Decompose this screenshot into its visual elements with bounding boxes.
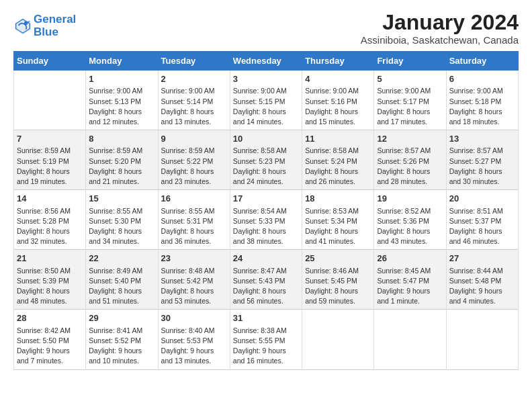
logo: General Blue	[13, 13, 76, 38]
header-day-thursday: Thursday	[302, 52, 374, 71]
day-number: 8	[89, 133, 154, 145]
day-number: 10	[233, 133, 299, 145]
header-day-friday: Friday	[374, 52, 446, 71]
day-number: 3	[233, 73, 299, 85]
day-info: Sunrise: 8:59 AM Sunset: 5:20 PM Dayligh…	[89, 146, 154, 187]
day-info: Sunrise: 9:00 AM Sunset: 5:15 PM Dayligh…	[233, 86, 299, 127]
day-info: Sunrise: 9:00 AM Sunset: 5:16 PM Dayligh…	[305, 86, 371, 127]
logo-text: General Blue	[34, 13, 76, 38]
week-row-2: 7Sunrise: 8:59 AM Sunset: 5:19 PM Daylig…	[14, 130, 519, 190]
header-day-saturday: Saturday	[446, 52, 518, 71]
day-info: Sunrise: 8:59 AM Sunset: 5:22 PM Dayligh…	[161, 146, 227, 187]
day-info: Sunrise: 8:48 AM Sunset: 5:42 PM Dayligh…	[161, 266, 227, 307]
day-info: Sunrise: 8:40 AM Sunset: 5:53 PM Dayligh…	[161, 326, 227, 367]
week-row-5: 28Sunrise: 8:42 AM Sunset: 5:50 PM Dayli…	[14, 310, 519, 369]
day-number: 4	[305, 73, 371, 85]
day-info: Sunrise: 8:51 AM Sunset: 5:37 PM Dayligh…	[449, 206, 515, 247]
main-title: January 2024	[361, 11, 519, 34]
day-number: 29	[89, 312, 154, 324]
day-number: 2	[161, 73, 227, 85]
day-info: Sunrise: 8:57 AM Sunset: 5:27 PM Dayligh…	[449, 146, 515, 187]
header-day-sunday: Sunday	[14, 52, 86, 71]
day-number: 17	[233, 193, 299, 205]
day-info: Sunrise: 8:53 AM Sunset: 5:34 PM Dayligh…	[305, 206, 371, 247]
header-day-monday: Monday	[86, 52, 158, 71]
day-number: 15	[89, 193, 154, 205]
calendar-cell: 29Sunrise: 8:41 AM Sunset: 5:52 PM Dayli…	[86, 310, 158, 369]
calendar-cell: 6Sunrise: 9:00 AM Sunset: 5:18 PM Daylig…	[446, 71, 518, 130]
day-info: Sunrise: 8:57 AM Sunset: 5:26 PM Dayligh…	[377, 146, 443, 187]
calendar-cell: 1Sunrise: 9:00 AM Sunset: 5:13 PM Daylig…	[86, 71, 158, 130]
day-info: Sunrise: 9:00 AM Sunset: 5:13 PM Dayligh…	[89, 86, 154, 127]
calendar-cell: 4Sunrise: 9:00 AM Sunset: 5:16 PM Daylig…	[302, 71, 374, 130]
day-info: Sunrise: 8:52 AM Sunset: 5:36 PM Dayligh…	[377, 206, 443, 247]
calendar-cell: 7Sunrise: 8:59 AM Sunset: 5:19 PM Daylig…	[14, 130, 86, 190]
calendar-cell: 26Sunrise: 8:45 AM Sunset: 5:47 PM Dayli…	[374, 250, 446, 310]
day-info: Sunrise: 8:45 AM Sunset: 5:47 PM Dayligh…	[377, 266, 443, 307]
day-info: Sunrise: 8:50 AM Sunset: 5:39 PM Dayligh…	[17, 266, 83, 307]
calendar-cell: 28Sunrise: 8:42 AM Sunset: 5:50 PM Dayli…	[14, 310, 86, 369]
calendar-cell: 8Sunrise: 8:59 AM Sunset: 5:20 PM Daylig…	[86, 130, 158, 190]
day-info: Sunrise: 9:00 AM Sunset: 5:14 PM Dayligh…	[161, 86, 227, 127]
calendar-cell: 24Sunrise: 8:47 AM Sunset: 5:43 PM Dayli…	[230, 250, 302, 310]
day-info: Sunrise: 8:55 AM Sunset: 5:31 PM Dayligh…	[161, 206, 227, 247]
day-number: 9	[161, 133, 227, 145]
day-info: Sunrise: 8:38 AM Sunset: 5:55 PM Dayligh…	[233, 326, 299, 367]
day-number: 26	[377, 253, 443, 265]
title-block: January 2024 Assiniboia, Saskatchewan, C…	[361, 11, 519, 46]
calendar-cell: 27Sunrise: 8:44 AM Sunset: 5:48 PM Dayli…	[446, 250, 518, 310]
day-number: 16	[161, 193, 227, 205]
calendar-cell: 31Sunrise: 8:38 AM Sunset: 5:55 PM Dayli…	[230, 310, 302, 369]
header: General Blue January 2024 Assiniboia, Sa…	[13, 11, 519, 46]
day-number: 27	[449, 253, 515, 265]
calendar-cell: 23Sunrise: 8:48 AM Sunset: 5:42 PM Dayli…	[158, 250, 230, 310]
day-number: 13	[449, 133, 515, 145]
calendar-cell: 15Sunrise: 8:55 AM Sunset: 5:30 PM Dayli…	[86, 190, 158, 250]
day-number: 11	[305, 133, 371, 145]
day-number: 30	[161, 312, 227, 324]
day-number: 14	[17, 193, 83, 205]
day-info: Sunrise: 8:55 AM Sunset: 5:30 PM Dayligh…	[89, 206, 154, 247]
calendar-cell	[446, 310, 518, 369]
calendar-cell: 30Sunrise: 8:40 AM Sunset: 5:53 PM Dayli…	[158, 310, 230, 369]
day-info: Sunrise: 9:00 AM Sunset: 5:18 PM Dayligh…	[449, 86, 515, 127]
day-info: Sunrise: 8:49 AM Sunset: 5:40 PM Dayligh…	[89, 266, 154, 307]
day-number: 18	[305, 193, 371, 205]
calendar-cell: 20Sunrise: 8:51 AM Sunset: 5:37 PM Dayli…	[446, 190, 518, 250]
page-container: General Blue January 2024 Assiniboia, Sa…	[0, 0, 532, 377]
calendar-cell: 9Sunrise: 8:59 AM Sunset: 5:22 PM Daylig…	[158, 130, 230, 190]
calendar-cell: 21Sunrise: 8:50 AM Sunset: 5:39 PM Dayli…	[14, 250, 86, 310]
calendar-cell: 11Sunrise: 8:58 AM Sunset: 5:24 PM Dayli…	[302, 130, 374, 190]
calendar-cell: 25Sunrise: 8:46 AM Sunset: 5:45 PM Dayli…	[302, 250, 374, 310]
calendar-header-row: SundayMondayTuesdayWednesdayThursdayFrid…	[14, 52, 519, 71]
calendar-cell: 13Sunrise: 8:57 AM Sunset: 5:27 PM Dayli…	[446, 130, 518, 190]
day-number: 23	[161, 253, 227, 265]
week-row-1: 1Sunrise: 9:00 AM Sunset: 5:13 PM Daylig…	[14, 71, 519, 130]
day-number: 19	[377, 193, 443, 205]
week-row-4: 21Sunrise: 8:50 AM Sunset: 5:39 PM Dayli…	[14, 250, 519, 310]
subtitle: Assiniboia, Saskatchewan, Canada	[361, 34, 519, 46]
day-number: 7	[17, 133, 83, 145]
header-day-wednesday: Wednesday	[230, 52, 302, 71]
header-day-tuesday: Tuesday	[158, 52, 230, 71]
day-number: 1	[89, 73, 154, 85]
week-row-3: 14Sunrise: 8:56 AM Sunset: 5:28 PM Dayli…	[14, 190, 519, 250]
day-number: 31	[233, 312, 299, 324]
day-number: 24	[233, 253, 299, 265]
day-info: Sunrise: 8:41 AM Sunset: 5:52 PM Dayligh…	[89, 326, 154, 367]
calendar-cell: 10Sunrise: 8:58 AM Sunset: 5:23 PM Dayli…	[230, 130, 302, 190]
calendar-cell: 5Sunrise: 9:00 AM Sunset: 5:17 PM Daylig…	[374, 71, 446, 130]
calendar-cell: 3Sunrise: 9:00 AM Sunset: 5:15 PM Daylig…	[230, 71, 302, 130]
day-number: 12	[377, 133, 443, 145]
calendar-cell: 22Sunrise: 8:49 AM Sunset: 5:40 PM Dayli…	[86, 250, 158, 310]
calendar-cell: 14Sunrise: 8:56 AM Sunset: 5:28 PM Dayli…	[14, 190, 86, 250]
day-number: 28	[17, 312, 83, 324]
calendar-cell: 12Sunrise: 8:57 AM Sunset: 5:26 PM Dayli…	[374, 130, 446, 190]
day-info: Sunrise: 8:54 AM Sunset: 5:33 PM Dayligh…	[233, 206, 299, 247]
day-info: Sunrise: 8:47 AM Sunset: 5:43 PM Dayligh…	[233, 266, 299, 307]
day-info: Sunrise: 9:00 AM Sunset: 5:17 PM Dayligh…	[377, 86, 443, 127]
day-number: 20	[449, 193, 515, 205]
calendar-cell	[374, 310, 446, 369]
calendar-cell: 18Sunrise: 8:53 AM Sunset: 5:34 PM Dayli…	[302, 190, 374, 250]
day-info: Sunrise: 8:56 AM Sunset: 5:28 PM Dayligh…	[17, 206, 83, 247]
